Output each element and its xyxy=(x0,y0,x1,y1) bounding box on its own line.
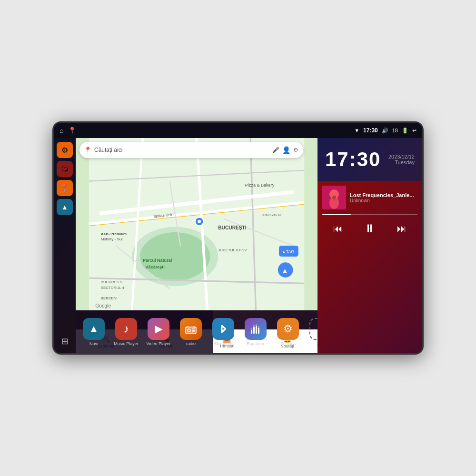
svg-text:▲: ▲ xyxy=(282,267,288,274)
sidebar-map-icon[interactable]: 📍 xyxy=(57,180,73,196)
svg-text:Pizza & Bakery: Pizza & Bakery xyxy=(245,183,275,188)
music-widget: Lost Frequencies_Janie... Unknown ⏮ ⏸ ⏭ xyxy=(317,181,422,353)
app-grid: ▲ Navi ♪ Music Player ▶ Video Player xyxy=(76,310,213,353)
music-controls: ⏮ ⏸ ⏭ xyxy=(322,220,417,237)
svg-text:BERCENI: BERCENI xyxy=(101,296,118,300)
svg-rect-44 xyxy=(256,324,257,326)
bluetooth-label: Bluetooth xyxy=(214,341,232,346)
music-artist: Unknown xyxy=(350,198,417,203)
add-icon: + xyxy=(309,318,317,340)
mic-icon[interactable]: 🎤 xyxy=(272,147,279,153)
volume-icon: 🔊 xyxy=(382,128,388,134)
svg-point-50 xyxy=(332,196,336,199)
radio-label: radio xyxy=(186,341,196,346)
music-progress-fill xyxy=(322,214,351,215)
battery-level: 18 xyxy=(392,128,398,133)
settings-icon: ⚙ xyxy=(277,318,299,340)
status-right: ▼ 17:30 🔊 18 🔋 ↩ xyxy=(354,127,416,134)
radio-icon xyxy=(180,318,202,340)
album-art xyxy=(322,186,346,209)
svg-text:TRAPEZULUI: TRAPEZULUI xyxy=(261,213,281,217)
equalizer-label: Equalizer xyxy=(247,341,265,346)
svg-text:Mobility - Sud: Mobility - Sud xyxy=(101,237,124,241)
status-left: ⌂ 📍 xyxy=(60,127,76,134)
car-head-unit: ⌂ 📍 ▼ 17:30 🔊 18 🔋 ↩ ⚙ 🗂 📍 ▲ xyxy=(52,121,424,355)
svg-text:AXIS Premium: AXIS Premium xyxy=(101,232,127,236)
map-area: Google AXIS Premium Mobility - Sud Parcu… xyxy=(76,138,317,353)
prev-button[interactable]: ⏮ xyxy=(329,221,347,236)
music-text: Lost Frequencies_Janie... Unknown xyxy=(350,192,417,203)
add-label: add xyxy=(317,341,317,346)
main-content: ⚙ 🗂 📍 ▲ ⊞ xyxy=(54,138,422,353)
svg-text:JUDEȚUL ILFOV: JUDEȚUL ILFOV xyxy=(218,248,247,252)
app-navi[interactable]: ▲ Navi xyxy=(79,318,109,346)
account-icon[interactable]: 👤 xyxy=(282,146,290,154)
svg-rect-46 xyxy=(258,326,259,328)
clock-widget: 17:30 2023/12/12 Tuesday xyxy=(317,138,422,181)
svg-point-27 xyxy=(198,220,201,223)
sidebar-files-icon[interactable]: 🗂 xyxy=(57,161,73,177)
app-add[interactable]: + add xyxy=(305,318,317,346)
clock-date-value: 2023/12/12 xyxy=(388,154,415,159)
app-radio[interactable]: radio xyxy=(176,318,206,346)
map-search-bar[interactable]: 📍 Căutați aici 🎤 👤 ⚙ xyxy=(79,142,303,158)
svg-rect-42 xyxy=(253,325,255,327)
settings-label: Settings xyxy=(280,341,296,346)
sidebar: ⚙ 🗂 📍 ▲ ⊞ xyxy=(54,138,76,353)
app-video-player[interactable]: ▶ Video Player xyxy=(143,318,174,346)
music-player-icon: ♪ xyxy=(115,318,137,340)
sidebar-settings-icon[interactable]: ⚙ xyxy=(57,142,73,158)
map-background: Google AXIS Premium Mobility - Sud Parcu… xyxy=(76,138,317,310)
video-player-label: Video Player xyxy=(147,341,171,346)
map-container[interactable]: Google AXIS Premium Mobility - Sud Parcu… xyxy=(76,138,317,310)
app-settings[interactable]: ⚙ Settings xyxy=(273,318,303,346)
right-panel: 17:30 2023/12/12 Tuesday xyxy=(317,138,422,353)
wifi-icon: ▼ xyxy=(354,128,359,133)
status-time: 17:30 xyxy=(363,127,378,134)
map-search-placeholder: Căutați aici xyxy=(94,147,269,153)
app-equalizer[interactable]: Equalizer xyxy=(240,318,271,346)
svg-rect-40 xyxy=(251,328,252,330)
svg-text:Google: Google xyxy=(95,303,111,308)
status-bar: ⌂ 📍 ▼ 17:30 🔊 18 🔋 ↩ xyxy=(54,123,422,138)
music-info-row: Lost Frequencies_Janie... Unknown xyxy=(322,186,417,209)
music-player-label: Music Player xyxy=(114,341,139,346)
music-title: Lost Frequencies_Janie... xyxy=(350,192,417,198)
svg-text:SECTORUL 4: SECTORUL 4 xyxy=(101,286,125,290)
clock-day: Tuesday xyxy=(388,159,415,165)
svg-text:Văcărești: Văcărești xyxy=(146,265,165,269)
video-player-icon: ▶ xyxy=(148,318,169,340)
layers-icon[interactable]: ⚙ xyxy=(293,147,298,153)
equalizer-icon xyxy=(245,318,267,340)
svg-text:BUCUREȘTI: BUCUREȘTI xyxy=(101,280,123,284)
back-icon[interactable]: ↩ xyxy=(412,128,416,134)
next-button[interactable]: ⏭ xyxy=(393,221,410,236)
bluetooth-icon xyxy=(212,318,234,340)
navi-label: Navi xyxy=(89,341,98,346)
sidebar-apps-icon[interactable]: ⊞ xyxy=(57,333,73,349)
maps-status-icon[interactable]: 📍 xyxy=(68,127,76,134)
clock-date: 2023/12/12 Tuesday xyxy=(388,154,415,165)
navi-icon: ▲ xyxy=(83,318,105,340)
map-svg: Google AXIS Premium Mobility - Sud Parcu… xyxy=(76,138,317,310)
battery-icon: 🔋 xyxy=(402,128,408,134)
app-bluetooth[interactable]: Bluetooth xyxy=(208,318,238,346)
svg-rect-39 xyxy=(251,330,252,334)
clock-time: 17:30 xyxy=(325,148,381,171)
svg-text:Parcul Natural: Parcul Natural xyxy=(143,258,172,263)
music-progress-bar[interactable] xyxy=(322,214,417,215)
svg-text:BUCUREȘTI: BUCUREȘTI xyxy=(218,225,247,230)
svg-rect-43 xyxy=(256,326,257,334)
pause-button[interactable]: ⏸ xyxy=(360,220,379,237)
svg-rect-41 xyxy=(253,327,255,334)
sidebar-nav-icon[interactable]: ▲ xyxy=(57,199,73,215)
home-icon[interactable]: ⌂ xyxy=(60,127,63,134)
svg-text:▲TAR: ▲TAR xyxy=(282,249,295,254)
google-maps-logo: 📍 xyxy=(84,147,91,153)
app-music-player[interactable]: ♪ Music Player xyxy=(111,318,141,346)
svg-rect-45 xyxy=(258,328,259,334)
